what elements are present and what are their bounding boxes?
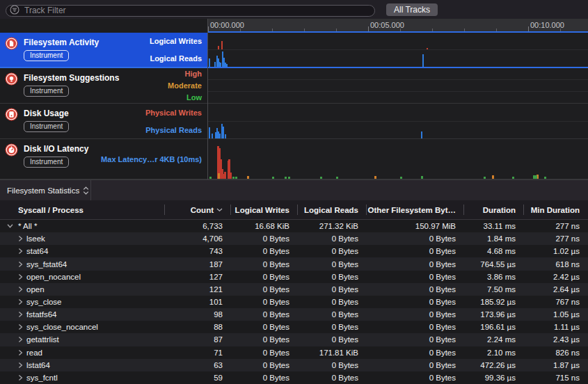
ruler-tick	[208, 26, 209, 31]
table-row-fstatfs64[interactable]: fstatfs64980 Bytes0 Bytes0 Bytes173.96 µ…	[0, 308, 588, 321]
table-row-lstat64[interactable]: lstat64630 Bytes0 Bytes0 Bytes472.26 µs1…	[0, 359, 588, 371]
ruler-tick	[528, 26, 529, 31]
bar-low-latency	[535, 175, 537, 179]
bar-logical-reads	[220, 63, 221, 67]
syscall-cell: sys_fstat64	[0, 257, 165, 270]
syscall-name: lstat64	[0, 361, 50, 369]
disclosure-collapsed-icon[interactable]	[18, 261, 23, 267]
disclosure-collapsed-icon[interactable]	[18, 324, 23, 330]
ruler-tick	[272, 29, 273, 31]
disclosure-collapsed-icon[interactable]	[18, 312, 23, 318]
table-row-sys-close-nocancel[interactable]: sys_close_nocancel880 Bytes0 Bytes0 Byte…	[0, 321, 588, 333]
cell-min-duration: 715 ns	[524, 374, 588, 382]
table-row-sys-fcntl[interactable]: sys_fcntl590 Bytes0 Bytes0 Bytes99.36 µs…	[0, 371, 588, 384]
cell-duration: 173.96 µs	[464, 310, 524, 319]
track-filter-field	[6, 3, 375, 15]
track-disk-usage[interactable]: Disk UsageInstrumentPhysical WritesPhysi…	[0, 104, 207, 139]
cell-count: 187	[165, 260, 231, 269]
cell-min-duration: 1.05 µs	[524, 310, 588, 319]
ruler-tick	[336, 29, 337, 31]
disclosure-collapsed-icon[interactable]	[18, 236, 23, 242]
cell-logical-reads: 0 Bytes	[298, 361, 367, 369]
cell-count: 88	[165, 323, 231, 331]
table-row-getattrlist[interactable]: getattrlist870 Bytes0 Bytes0 Bytes2.24 m…	[0, 333, 588, 346]
cell-other-filesystem-byt: 150.97 MiB	[367, 222, 464, 230]
bar-logical-reads	[422, 54, 424, 67]
cell-min-duration: 2.42 µs	[524, 273, 588, 281]
table-row-all[interactable]: * All *6,73316.68 KiB271.32 KiB150.97 Mi…	[0, 220, 588, 232]
graph-disk-usage[interactable]	[208, 104, 588, 139]
instrument-badge: Instrument	[24, 50, 69, 61]
disclosure-collapsed-icon[interactable]	[18, 349, 23, 355]
cell-count: 71	[165, 349, 231, 357]
ruler-tick	[304, 29, 305, 31]
instruments-window: All Tracks Filesystem ActivityInstrument…	[0, 0, 588, 384]
column-header-other-filesystem-byt[interactable]: Other Filesystem Byt…	[367, 200, 464, 219]
timeline-ruler[interactable]: 00:00.00000:05.00000:10.000	[208, 19, 588, 33]
cell-other-filesystem-byt: 0 Bytes	[367, 298, 464, 306]
table-row-open-nocancel[interactable]: open_nocancel1270 Bytes0 Bytes0 Bytes3.8…	[0, 271, 588, 283]
cell-logical-reads: 0 Bytes	[298, 260, 367, 269]
syscall-cell: open_nocancel	[0, 271, 165, 283]
cell-count: 87	[165, 335, 231, 344]
disclosure-collapsed-icon[interactable]	[18, 286, 23, 292]
lane-label-high: High	[168, 68, 202, 80]
graph-disk-i-o-latency[interactable]	[208, 139, 588, 179]
disclosure-collapsed-icon[interactable]	[18, 374, 23, 381]
cell-other-filesystem-byt: 0 Bytes	[367, 234, 464, 243]
all-tracks-button[interactable]: All Tracks	[386, 3, 438, 16]
disclosure-collapsed-icon[interactable]	[18, 362, 23, 368]
cell-duration: 1.84 ms	[464, 234, 524, 243]
bar-low-latency	[232, 177, 235, 179]
table-row-read[interactable]: read710 Bytes171.81 KiB0 Bytes2.10 ms826…	[0, 346, 588, 359]
sort-chevron-icon	[216, 208, 223, 212]
syscall-name: sys_close	[0, 298, 62, 306]
table-row-open[interactable]: open1210 Bytes0 Bytes0 Bytes7.50 ms2.64 …	[0, 283, 588, 296]
track-disk-i-o-latency[interactable]: Disk I/O LatencyInstrumentMax Latency…r …	[0, 139, 207, 179]
table-row-sys-close[interactable]: sys_close1010 Bytes0 Bytes0 Bytes185.92 …	[0, 296, 588, 308]
ruler-tick	[464, 29, 465, 31]
column-header-syscall-process[interactable]: Syscall / Process	[0, 200, 165, 219]
graph-lane	[208, 139, 588, 179]
cell-other-filesystem-byt: 0 Bytes	[367, 349, 464, 357]
syscall-cell: sys_fcntl	[0, 371, 165, 384]
cell-logical-writes: 0 Bytes	[231, 247, 298, 255]
track-filesystem-suggestions[interactable]: Filesystem SuggestionsInstrumentHighMode…	[0, 68, 207, 104]
bar-high-latency	[224, 172, 226, 179]
cell-duration: 196.61 µs	[464, 323, 524, 331]
syscall-name: open_nocancel	[0, 273, 81, 281]
bar-low-latency	[544, 177, 546, 179]
disclosure-collapsed-icon[interactable]	[18, 299, 23, 305]
ruler-label: 00:00.000	[210, 21, 244, 29]
disclosure-expanded-icon[interactable]	[7, 224, 13, 229]
cell-logical-reads: 0 Bytes	[298, 310, 367, 319]
track-title: Filesystem Activity	[24, 38, 99, 47]
updown-chevron-icon	[83, 186, 89, 195]
cell-logical-writes: 0 Bytes	[231, 234, 298, 243]
cell-logical-writes: 0 Bytes	[231, 335, 298, 344]
disclosure-collapsed-icon[interactable]	[18, 337, 23, 343]
detail-view-selector[interactable]: Filesystem Statistics	[0, 186, 90, 195]
disclosure-collapsed-icon[interactable]	[18, 273, 23, 280]
column-header-duration[interactable]: Duration	[464, 200, 524, 219]
column-header-logical-reads[interactable]: Logical Reads	[298, 200, 367, 219]
track-filesystem-activity[interactable]: Filesystem ActivityInstrumentLogical Wri…	[0, 33, 207, 68]
column-header-min-duration[interactable]: Min Duration	[524, 200, 588, 219]
cell-other-filesystem-byt: 0 Bytes	[367, 273, 464, 281]
cell-logical-reads: 0 Bytes	[298, 285, 367, 294]
table-row-stat64[interactable]: stat647430 Bytes0 Bytes0 Bytes4.68 ms1.0…	[0, 245, 588, 257]
syscall-name: sys_fcntl	[0, 374, 58, 382]
bar-low-latency	[288, 177, 290, 179]
graph-filesystem-activity[interactable]	[208, 33, 588, 68]
bar-low-latency	[336, 177, 338, 179]
column-header-logical-writes[interactable]: Logical Writes	[231, 200, 298, 219]
table-row-sys-fstat64[interactable]: sys_fstat641870 Bytes0 Bytes0 Bytes764.5…	[0, 257, 588, 270]
bar-low-latency	[285, 177, 287, 179]
track-filter-input[interactable]	[6, 5, 375, 17]
disclosure-collapsed-icon[interactable]	[18, 248, 23, 255]
column-header-count[interactable]: Count	[165, 200, 231, 219]
graph-filesystem-suggestions[interactable]	[208, 68, 588, 104]
table-row-lseek[interactable]: lseek4,7060 Bytes0 Bytes0 Bytes1.84 ms27…	[0, 232, 588, 245]
track-list-header-corner	[0, 19, 207, 33]
cell-logical-reads: 0 Bytes	[298, 234, 367, 243]
